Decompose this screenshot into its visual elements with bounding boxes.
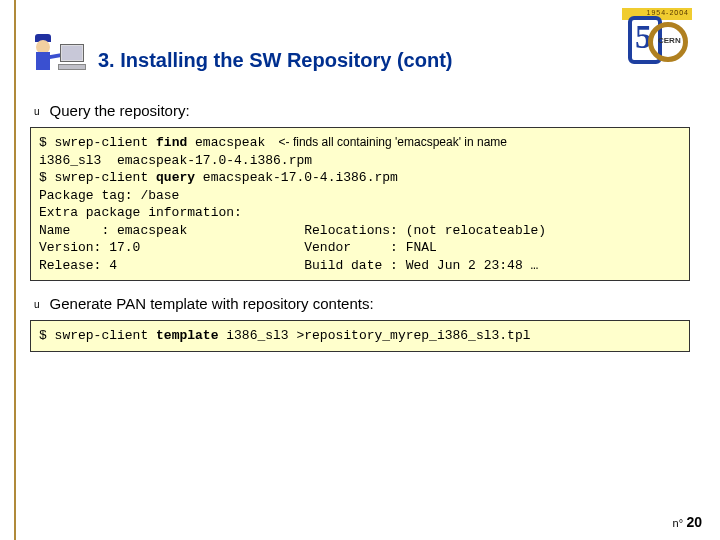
slide-header: 3. Installing the SW Repository (cont) — [30, 38, 690, 83]
code-text: emacspeak — [187, 135, 265, 150]
code-text: Extra package information: — [39, 205, 242, 220]
slide-content: u Query the repository: $ swrep-client f… — [30, 98, 690, 366]
slide-footer: n° 20 — [673, 514, 702, 530]
page-label: n° — [673, 517, 684, 529]
code-keyword: find — [156, 135, 187, 150]
code-text: $ swrep-client — [39, 135, 156, 150]
code-text: Package tag: /base — [39, 188, 179, 203]
code-block-query: $ swrep-client find emacspeak <- finds a… — [30, 127, 690, 281]
bullet-marker: u — [34, 299, 40, 310]
bullet-text: Generate PAN template with repository co… — [50, 295, 374, 312]
code-block-template: $ swrep-client template i386_sl3 >reposi… — [30, 320, 690, 352]
page-number: 20 — [686, 514, 702, 530]
bullet-item: u Query the repository: — [30, 102, 690, 119]
code-text: i386_sl3 >repository_myrep_i386_sl3.tpl — [218, 328, 530, 343]
vertical-rule — [14, 0, 16, 540]
code-text: Version: 17.0 Vendor : FNAL — [39, 240, 437, 255]
code-text: $ swrep-client — [39, 170, 156, 185]
code-text: Release: 4 Build date : Wed Jun 2 23:48 … — [39, 258, 538, 273]
code-comment: <- finds all containing 'emacspeak' in n… — [265, 135, 507, 149]
bullet-text: Query the repository: — [50, 102, 190, 119]
bullet-item: u Generate PAN template with repository … — [30, 295, 690, 312]
code-keyword: template — [156, 328, 218, 343]
code-text: emacspeak-17.0-4.i386.rpm — [195, 170, 398, 185]
code-text: i386_sl3 emacspeak-17.0-4.i386.rpm — [39, 153, 312, 168]
bullet-marker: u — [34, 106, 40, 117]
slide-title: 3. Installing the SW Repository (cont) — [98, 49, 690, 72]
code-keyword: query — [156, 170, 195, 185]
mascot-icon — [30, 38, 90, 83]
code-text: $ swrep-client — [39, 328, 156, 343]
code-text: Name : emacspeak Relocations: (not reloc… — [39, 223, 546, 238]
